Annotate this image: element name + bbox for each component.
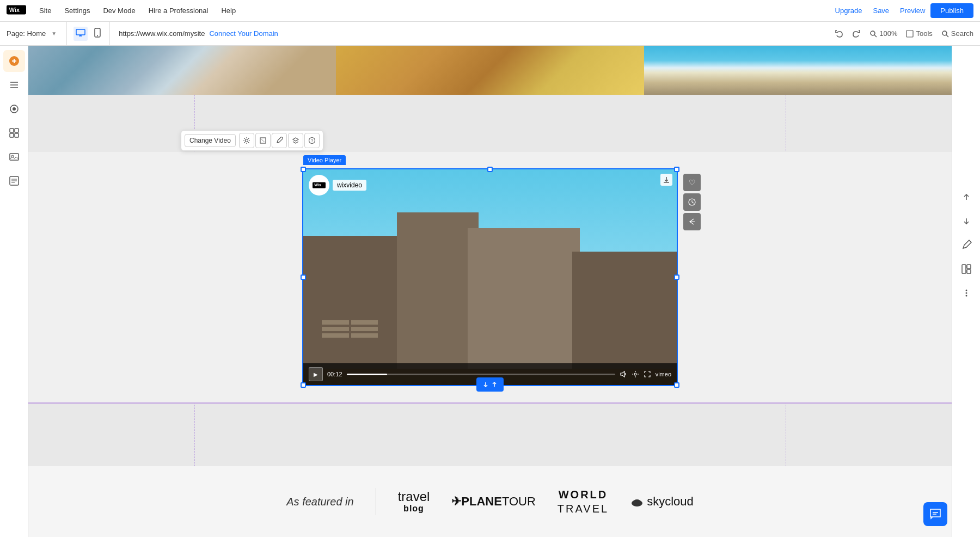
vertical-arrows-left <box>194 152 205 402</box>
resize-handle-br[interactable] <box>674 382 679 388</box>
wix-watermark: Wix wixvideo <box>309 175 366 196</box>
svg-point-7 <box>871 31 875 35</box>
planetour-logo: ✈ PLANETOUR <box>451 495 536 509</box>
svg-rect-33 <box>967 265 971 268</box>
resize-handle-mr[interactable] <box>674 274 679 280</box>
svg-line-11 <box>946 35 948 37</box>
publish-button[interactable]: Publish <box>930 3 973 18</box>
building-center <box>397 212 479 369</box>
sidebar-blog[interactable] <box>3 170 25 192</box>
time-display: 00:12 <box>327 371 342 377</box>
dev-mode-menu[interactable]: Dev Mode <box>96 7 142 15</box>
right-move-down[interactable] <box>955 210 977 232</box>
svg-point-37 <box>965 295 967 297</box>
svg-text:Wix: Wix <box>9 6 20 13</box>
as-featured-in-text: As featured in <box>286 496 353 508</box>
sidebar-theme[interactable] <box>3 98 25 120</box>
move-section-button[interactable] <box>476 377 504 392</box>
right-more[interactable] <box>955 282 977 304</box>
svg-rect-23 <box>15 133 19 137</box>
top-navbar: Wix Site Settings Dev Mode Hire a Profes… <box>0 0 980 22</box>
world-travel-logo: WORLD TRAVEL <box>558 487 609 516</box>
video-background <box>303 169 677 385</box>
right-sidebar <box>952 46 980 537</box>
svg-rect-20 <box>10 129 14 132</box>
mobile-icon[interactable] <box>92 26 103 42</box>
upgrade-button[interactable]: Upgrade <box>830 7 868 15</box>
svg-rect-2 <box>76 29 85 35</box>
svg-rect-21 <box>15 129 19 132</box>
svg-point-10 <box>942 31 947 35</box>
second-toolbar: Page: Home ▼ https://www.wix.com/mysite … <box>0 22 980 46</box>
wix-logo[interactable]: Wix <box>0 4 33 17</box>
share-icon[interactable] <box>683 213 701 230</box>
travel-blog-logo: travel blog <box>398 490 430 514</box>
crop-icon-btn[interactable] <box>255 133 271 148</box>
clock-icon[interactable] <box>683 193 701 211</box>
right-layout[interactable] <box>955 258 977 280</box>
settings-video-icon[interactable] <box>632 370 639 378</box>
url-bar: https://www.wix.com/mysite Connect Your … <box>110 29 828 38</box>
zoom-control[interactable]: 100% <box>869 29 897 38</box>
help-menu[interactable]: Help <box>215 7 242 15</box>
svg-line-40 <box>261 139 265 142</box>
resize-handle-tr[interactable] <box>674 167 679 172</box>
url-text: https://www.wix.com/mysite <box>119 29 205 38</box>
featured-strip: As featured in travel blog ✈ PLANETOUR W… <box>28 466 952 537</box>
like-icon[interactable]: ♡ <box>683 174 701 191</box>
svg-rect-24 <box>10 154 19 160</box>
skycloud-logo: skycloud <box>630 495 694 509</box>
image-2 <box>336 46 644 95</box>
resize-handle-down-wrapper <box>476 377 504 392</box>
resize-handle-ml[interactable] <box>301 274 306 280</box>
desktop-icon[interactable] <box>74 27 88 41</box>
sidebar-media[interactable] <box>3 146 25 168</box>
undo-button[interactable] <box>835 29 843 38</box>
sidebar-add-element[interactable] <box>3 50 25 72</box>
resize-handle-tl[interactable] <box>301 167 306 172</box>
svg-rect-32 <box>962 265 966 273</box>
video-side-icons: ♡ <box>683 174 701 230</box>
help-icon-btn[interactable]: ? <box>304 133 320 148</box>
svg-text:Wix: Wix <box>314 182 321 187</box>
settings-icon-btn[interactable] <box>239 133 254 148</box>
fullscreen-icon[interactable] <box>644 370 651 378</box>
download-icon[interactable] <box>660 174 672 186</box>
canvas: Change Video ? Section: Untitled Video P… <box>28 46 952 537</box>
sidebar-pages[interactable] <box>3 74 25 96</box>
buildings <box>303 212 677 369</box>
tools-button[interactable]: Tools <box>906 29 932 38</box>
settings-menu[interactable]: Settings <box>58 7 96 15</box>
wix-circle-logo: Wix <box>309 175 329 196</box>
site-menu[interactable]: Site <box>33 7 58 15</box>
sidebar-add-section[interactable] <box>3 122 25 144</box>
volume-icon[interactable] <box>620 370 627 378</box>
play-button[interactable]: ▶ <box>309 367 323 381</box>
connect-domain-link[interactable]: Connect Your Domain <box>209 29 278 38</box>
progress-bar[interactable] <box>347 374 615 375</box>
search-button[interactable]: Search <box>941 29 973 38</box>
video-container[interactable]: Video Player <box>302 168 678 386</box>
redo-button[interactable] <box>852 29 861 38</box>
left-sidebar <box>0 46 28 537</box>
change-video-button[interactable]: Change Video <box>185 134 236 147</box>
resize-handle-bl[interactable] <box>301 382 306 388</box>
image-1 <box>28 46 336 95</box>
layers-icon-btn[interactable] <box>288 133 303 148</box>
resize-handle-tm[interactable] <box>487 167 493 172</box>
pen-icon-btn[interactable] <box>272 133 287 148</box>
svg-text:?: ? <box>311 138 314 143</box>
page-selector[interactable]: Page: Home ▼ <box>0 22 67 45</box>
right-move-up[interactable] <box>955 186 977 208</box>
svg-point-19 <box>13 107 16 111</box>
svg-point-55 <box>632 501 638 505</box>
images-strip <box>28 46 952 95</box>
video-player-label: Video Player <box>303 155 346 165</box>
right-edit[interactable] <box>955 234 977 256</box>
save-button[interactable]: Save <box>867 7 895 15</box>
chat-button[interactable] <box>923 502 947 526</box>
wixvideo-badge: wixvideo <box>333 180 366 191</box>
building-right-2 <box>572 252 677 369</box>
preview-button[interactable]: Preview <box>895 7 930 15</box>
hire-menu[interactable]: Hire a Professional <box>142 7 215 15</box>
